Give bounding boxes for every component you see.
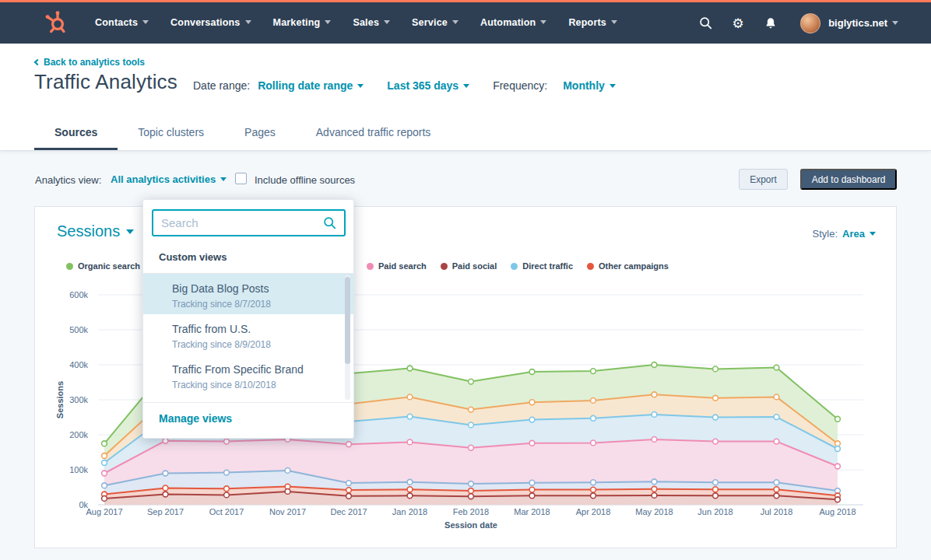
- custom-views-list: Big Data Blog Posts Tracking since 8/7/2…: [143, 274, 353, 401]
- top-navbar: Contacts Conversations Marketing Sales S…: [0, 2, 931, 44]
- primary-nav: Contacts Conversations Marketing Sales S…: [84, 2, 628, 44]
- nav-item-label: Marketing: [273, 17, 321, 28]
- nav-item-automation[interactable]: Automation: [469, 2, 557, 44]
- chevron-down-icon: [384, 20, 390, 24]
- svg-text:Aug 2017: Aug 2017: [86, 507, 122, 516]
- tab-bar: Sources Topic clusters Pages Advanced tr…: [34, 119, 451, 150]
- style-label: Style:: [813, 228, 838, 240]
- svg-text:Aug 2018: Aug 2018: [819, 507, 855, 516]
- export-button[interactable]: Export: [739, 169, 788, 190]
- account-menu[interactable]: biglytics.net: [828, 17, 898, 29]
- legend-item-direct-traffic[interactable]: Direct traffic: [511, 261, 573, 271]
- analytics-view-menu: Custom views Big Data Blog Posts Trackin…: [142, 199, 354, 439]
- search-icon: [323, 216, 336, 229]
- chevron-down-icon: [220, 177, 227, 181]
- chevron-down-icon: [463, 84, 469, 88]
- bell-icon[interactable]: [763, 16, 778, 31]
- nav-item-contacts[interactable]: Contacts: [84, 2, 160, 44]
- app-root: Contacts Conversations Marketing Sales S…: [0, 0, 931, 560]
- svg-text:100k: 100k: [69, 465, 88, 474]
- svg-text:200k: 200k: [69, 430, 88, 439]
- svg-text:Dec 2017: Dec 2017: [330, 507, 367, 516]
- tab-sources[interactable]: Sources: [34, 119, 118, 150]
- nav-item-reports[interactable]: Reports: [557, 2, 628, 44]
- back-link-label: Back to analytics tools: [44, 57, 145, 68]
- page-title: Traffic Analytics: [34, 70, 177, 94]
- gear-icon[interactable]: ⚙: [730, 16, 746, 31]
- svg-text:Jun 2018: Jun 2018: [697, 507, 733, 516]
- nav-utilities: ⚙ biglytics.net: [680, 13, 931, 33]
- list-item-traffic-from-specific-brand[interactable]: Traffic From Specific Brand Tracking sin…: [143, 355, 353, 395]
- view-search-input[interactable]: [152, 209, 346, 236]
- svg-text:Mar 2018: Mar 2018: [514, 507, 550, 516]
- nav-item-service[interactable]: Service: [401, 2, 469, 44]
- style-dropdown[interactable]: Area: [842, 228, 876, 240]
- tab-topic-clusters[interactable]: Topic clusters: [118, 119, 224, 150]
- nav-item-marketing[interactable]: Marketing: [262, 2, 343, 44]
- svg-text:600k: 600k: [69, 290, 88, 299]
- svg-text:May 2018: May 2018: [635, 507, 673, 516]
- svg-text:Nov 2017: Nov 2017: [269, 507, 306, 516]
- nav-item-conversations[interactable]: Conversations: [160, 2, 262, 44]
- view-subtitle: Tracking since 8/9/2018: [172, 339, 338, 350]
- chevron-down-icon: [452, 20, 458, 24]
- nav-item-label: Service: [412, 17, 448, 28]
- search-icon[interactable]: [697, 16, 713, 31]
- nav-item-label: Automation: [480, 17, 536, 28]
- svg-text:Jul 2018: Jul 2018: [761, 507, 793, 516]
- chart-x-tick-labels: Aug 2017Sep 2017Oct 2017Nov 2017Dec 2017…: [86, 507, 855, 516]
- chevron-down-icon: [142, 20, 149, 24]
- legend-item-other-campaigns[interactable]: Other campaigns: [587, 261, 669, 271]
- back-to-analytics-link[interactable]: Back to analytics tools: [35, 57, 145, 68]
- custom-views-heading: Custom views: [159, 251, 227, 263]
- add-to-dashboard-button[interactable]: Add to dashboard: [800, 169, 897, 190]
- date-range-type-dropdown[interactable]: Rolling date range: [258, 79, 364, 92]
- user-avatar[interactable]: [800, 13, 820, 33]
- hubspot-logo-icon[interactable]: [44, 10, 69, 37]
- svg-text:Jan 2018: Jan 2018: [392, 507, 427, 516]
- sessions-metric-dropdown[interactable]: Sessions: [57, 222, 134, 240]
- legend-dot: [587, 263, 594, 270]
- analytics-view-label: Analytics view:: [35, 174, 101, 186]
- chevron-down-icon: [245, 20, 251, 24]
- view-subtitle: Tracking since 8/7/2018: [172, 299, 338, 310]
- legend-item-paid-social[interactable]: Paid social: [441, 261, 497, 271]
- nav-item-label: Conversations: [170, 17, 240, 28]
- tab-advanced-traffic-reports[interactable]: Advanced traffic reports: [296, 119, 451, 150]
- nav-item-sales[interactable]: Sales: [342, 2, 401, 44]
- legend-dot: [441, 263, 448, 270]
- chart-title: Sessions: [57, 222, 120, 240]
- view-title: Traffic From Specific Brand: [172, 362, 338, 376]
- page-header: Back to analytics tools Traffic Analytic…: [0, 44, 931, 151]
- date-range-value-dropdown[interactable]: Last 365 days: [387, 79, 469, 92]
- svg-text:Apr 2018: Apr 2018: [576, 507, 611, 516]
- chart-y-axis-title: Sessions: [55, 381, 65, 418]
- nav-item-label: Sales: [353, 17, 379, 28]
- date-controls: Date range: Rolling date range Last 365 …: [193, 79, 616, 92]
- analytics-view-dropdown[interactable]: All analytics activities: [111, 173, 227, 185]
- svg-text:Oct 2017: Oct 2017: [209, 507, 244, 516]
- chevron-left-icon: [34, 59, 40, 65]
- svg-text:Feb 2018: Feb 2018: [453, 507, 489, 516]
- legend-item-paid-search[interactable]: Paid search: [367, 261, 427, 271]
- chart-x-axis-title: Session date: [444, 520, 497, 530]
- nav-item-label: Contacts: [95, 17, 138, 28]
- chevron-down-icon: [870, 232, 876, 236]
- chevron-down-icon: [357, 84, 364, 88]
- scrollbar-thumb[interactable]: [345, 277, 350, 364]
- chevron-down-icon: [126, 229, 134, 234]
- divider: [143, 402, 353, 403]
- tab-pages[interactable]: Pages: [224, 119, 296, 150]
- chart-y-tick-labels: 0k100k200k300k400k500k600k: [69, 290, 88, 509]
- manage-views-link[interactable]: Manage views: [159, 412, 232, 425]
- chevron-down-icon: [540, 20, 546, 24]
- include-offline-sources-checkbox[interactable]: [235, 173, 247, 184]
- list-item-traffic-from-us[interactable]: Traffic from U.S. Tracking since 8/9/201…: [143, 314, 353, 355]
- chart-legend-right: Paid search Paid social Direct traffic O…: [367, 261, 683, 271]
- frequency-dropdown[interactable]: Monthly: [563, 79, 616, 92]
- svg-text:Sep 2017: Sep 2017: [147, 507, 184, 516]
- list-item-big-data-blog-posts[interactable]: Big Data Blog Posts Tracking since 8/7/2…: [143, 274, 353, 314]
- legend-item-organic-search[interactable]: Organic search: [66, 261, 140, 271]
- account-name: biglytics.net: [828, 17, 887, 29]
- view-title: Big Data Blog Posts: [172, 282, 338, 296]
